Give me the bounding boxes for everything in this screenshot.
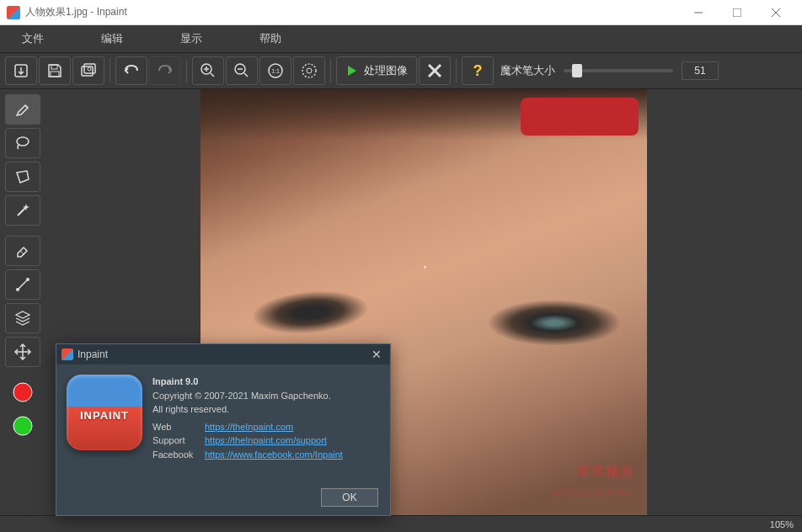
svg-text:?: ? [473, 62, 483, 79]
cursor-mark [424, 266, 426, 269]
about-fb-link[interactable]: https://www.facebook.com/Inpaint [205, 448, 343, 462]
svg-point-34 [13, 417, 32, 435]
move-tool[interactable] [5, 337, 40, 367]
zoom-out-button[interactable] [226, 56, 258, 85]
about-support-link[interactable]: https://theInpaint.com/support [205, 434, 327, 448]
menubar: 文件 编辑 显示 帮助 [0, 25, 802, 52]
svg-line-30 [19, 280, 27, 289]
svg-point-19 [302, 64, 316, 77]
about-info: Inpaint 9.0 Copyright © 2007-2021 Maxim … [152, 375, 343, 461]
about-close-button[interactable]: ✕ [368, 348, 385, 361]
red-selection-tool[interactable] [5, 377, 40, 407]
lasso-tool[interactable] [5, 128, 40, 158]
about-app-icon [61, 348, 73, 360]
window-title: 人物效果1.jpg - Inpaint [25, 5, 679, 19]
green-selection-tool[interactable] [5, 411, 40, 441]
svg-line-27 [20, 251, 24, 255]
marker-tool[interactable] [5, 94, 40, 125]
tool-palette [0, 89, 45, 515]
separator [110, 59, 110, 82]
layers-tool[interactable] [5, 303, 40, 333]
svg-rect-8 [84, 64, 95, 73]
window-controls [679, 0, 795, 25]
slider-thumb[interactable] [572, 64, 582, 77]
about-rights: All rights reserved. [152, 402, 343, 417]
about-icon-label: INPAINT [67, 409, 142, 422]
about-copyright: Copyright © 2007-2021 Maxim Gapchenko. [152, 389, 343, 403]
about-product-name: Inpaint 9.0 [152, 376, 198, 386]
svg-rect-6 [51, 72, 59, 77]
zoom-level: 105% [770, 519, 794, 529]
zoom-actual-button[interactable]: 1:1 [259, 56, 291, 85]
eraser-tool[interactable] [5, 236, 40, 266]
about-web-label: Web [152, 420, 205, 434]
svg-point-33 [13, 383, 32, 402]
menu-help[interactable]: 帮助 [248, 31, 293, 46]
image-content [487, 300, 622, 346]
about-titlebar[interactable]: Inpaint ✕ [56, 344, 390, 364]
minimize-button[interactable] [679, 0, 718, 25]
about-product-icon: INPAINT [67, 375, 142, 450]
svg-text:1:1: 1:1 [271, 68, 280, 74]
toolbar: 1:1 处理图像 ? 魔术笔大小 51 [0, 52, 802, 89]
spacer [5, 370, 40, 374]
statusbar: 105% [0, 515, 802, 532]
selection-mark [521, 98, 639, 136]
brush-size-label: 魔术笔大小 [500, 63, 555, 78]
undo-button[interactable] [115, 56, 147, 85]
svg-rect-1 [733, 8, 741, 17]
app-icon [7, 6, 20, 19]
save-button[interactable] [39, 56, 71, 85]
about-title-text: Inpaint [78, 348, 108, 360]
about-fb-label: Facebook [152, 448, 205, 462]
menu-file[interactable]: 文件 [10, 31, 56, 46]
zoom-in-button[interactable] [192, 56, 224, 85]
separator [186, 59, 187, 82]
about-ok-button[interactable]: OK [321, 488, 378, 507]
play-icon [345, 64, 359, 77]
svg-line-24 [25, 105, 28, 108]
svg-point-9 [88, 67, 91, 71]
close-button[interactable] [757, 0, 795, 25]
svg-point-20 [307, 68, 312, 73]
separator [456, 59, 457, 82]
help-button[interactable]: ? [462, 56, 494, 85]
brush-size-value[interactable]: 51 [682, 61, 719, 80]
cancel-button[interactable] [419, 56, 451, 85]
about-support-label: Support [152, 434, 205, 448]
magic-wand-tool[interactable] [5, 195, 40, 226]
about-body: INPAINT Inpaint 9.0 Copyright © 2007-202… [56, 364, 390, 471]
open-button[interactable] [5, 56, 37, 85]
menu-edit[interactable]: 编辑 [89, 31, 135, 46]
svg-line-15 [244, 73, 248, 77]
about-web-link[interactable]: https://theInpaint.com [205, 420, 293, 434]
redo-button[interactable] [149, 56, 181, 85]
titlebar: 人物效果1.jpg - Inpaint [0, 0, 802, 25]
polygon-tool[interactable] [5, 162, 40, 192]
line-tool[interactable] [5, 269, 40, 300]
separator [330, 59, 331, 82]
image-content [249, 286, 371, 338]
svg-point-25 [17, 137, 29, 146]
menu-view[interactable]: 显示 [168, 31, 214, 46]
batch-button[interactable] [72, 56, 104, 85]
watermark-text: 芊芊精典 [577, 464, 634, 481]
svg-line-26 [18, 207, 26, 215]
zoom-fit-button[interactable] [293, 56, 325, 85]
brush-size-slider[interactable] [564, 69, 673, 72]
spacer [5, 229, 40, 232]
svg-line-11 [211, 73, 214, 77]
watermark-url: MYQQJD.COM [553, 488, 634, 498]
process-button[interactable]: 处理图像 [336, 56, 417, 85]
about-dialog: Inpaint ✕ INPAINT Inpaint 9.0 Copyright … [56, 343, 391, 516]
process-label: 处理图像 [364, 63, 408, 78]
maximize-button[interactable] [718, 0, 757, 25]
